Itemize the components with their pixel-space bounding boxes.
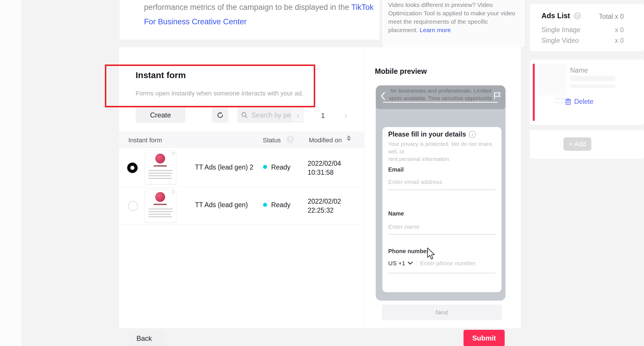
ad-progress-line	[383, 102, 498, 103]
ads-list-total: Total x 0	[599, 13, 624, 21]
avatar	[155, 192, 165, 202]
thumb-text-line	[148, 173, 173, 174]
thumb-text-line	[148, 178, 172, 179]
status-text: Ready	[271, 163, 290, 171]
form-table-header: Instant form Status ? Modified on	[119, 131, 364, 148]
chevron-left-icon: ‹	[297, 110, 300, 120]
video-optimization-tooltip: Video looks different in preview? Video …	[382, 0, 525, 47]
thumb-text-line	[148, 214, 171, 215]
form-thumbnail[interactable]: ‹	[145, 189, 176, 223]
privacy-line2: rent personal information.	[388, 155, 501, 163]
campaign-note-card: performance metrics of the campaign to b…	[120, 0, 380, 40]
sort-asc-icon	[347, 135, 351, 138]
annotation-rectangle	[105, 65, 315, 107]
panel-divider	[364, 47, 364, 328]
lead-form-title: Please fill in your details	[388, 130, 466, 138]
ads-list-item-card[interactable]: Name Delete	[530, 60, 644, 125]
pagination-next-button[interactable]: ›	[340, 109, 352, 121]
tooltip-text: Video looks different in preview? Video …	[388, 1, 515, 33]
tiktok-link-part2[interactable]: For Business Creative Center	[144, 17, 247, 26]
note-line-1: performance metrics of the campaign to b…	[144, 0, 373, 14]
ads-list-help-icon[interactable]: ?	[574, 12, 581, 20]
back-button[interactable]: Back	[129, 330, 165, 346]
modified-date: 2022/02/04	[308, 159, 341, 168]
thumb-name-line	[154, 204, 167, 205]
header-modified-on: Modified on	[309, 137, 342, 144]
thumb-text-line	[148, 209, 173, 209]
thumb-text-line	[148, 170, 173, 171]
info-icon: i	[469, 131, 476, 138]
ads-list-card: Ads List ? Total x 0 Single Image x 0 Si…	[530, 4, 644, 51]
ad-caption: for businesses and professionals. Limite…	[387, 87, 495, 102]
name-label: Name	[388, 210, 404, 217]
status-ready-dot	[263, 165, 267, 169]
row-radio-unselected[interactable]	[128, 201, 138, 211]
thumb-expand-icon	[172, 191, 175, 193]
pagination-current-page[interactable]: 1	[321, 112, 325, 120]
ad-name-label: Name	[570, 67, 588, 74]
note-line-2: For Business Creative Center	[144, 14, 373, 29]
add-ad-button[interactable]: + Add	[563, 137, 591, 151]
field-divider	[416, 260, 417, 267]
add-label: + Add	[569, 140, 586, 148]
form-table-row[interactable]: ‹ TT Ads (lead gen) Ready 2022/02/02 22:…	[119, 188, 364, 224]
modified-time: 22:25:32	[308, 206, 334, 215]
thumb-name-line	[154, 165, 167, 167]
back-label: Back	[136, 334, 152, 343]
submit-label: Submit	[472, 334, 496, 342]
modified-date: 2022/02/02	[308, 197, 341, 206]
next-label: Next	[435, 309, 448, 316]
ad-name-skeleton	[570, 76, 615, 81]
search-input[interactable]	[251, 111, 298, 119]
thumb-text-line	[148, 216, 172, 217]
thumb-text-line	[148, 211, 173, 212]
status-text: Ready	[271, 201, 290, 209]
status-help-icon[interactable]: ?	[287, 136, 294, 143]
email-label: Email	[388, 166, 404, 173]
thumb-back-icon: ‹	[146, 190, 147, 193]
header-status: Status	[263, 137, 281, 144]
ad-thumbnail-placeholder	[537, 64, 566, 95]
ad-name-skeleton	[570, 84, 615, 88]
flag-icon	[493, 92, 501, 100]
phone-country-prefix: US +1	[388, 260, 405, 267]
refresh-button[interactable]	[212, 108, 228, 123]
submit-button[interactable]: Submit	[464, 330, 505, 346]
delete-label: Delete	[574, 98, 593, 106]
ad-caption-line2: spots available. Time sensitive opportun…	[387, 95, 495, 102]
form-thumbnail[interactable]: ‹	[145, 151, 176, 184]
delete-ad-control[interactable]: Delete	[565, 98, 593, 106]
sort-control[interactable]	[347, 135, 351, 141]
avatar	[155, 154, 165, 163]
note-text: performance metrics of the campaign to b…	[144, 3, 349, 12]
phone-placeholder: Enter phone number	[420, 260, 475, 267]
create-form-button[interactable]: Create	[136, 108, 185, 123]
ad-caption-line1: for businesses and professionals. Limite…	[387, 87, 495, 95]
learn-more-link[interactable]: Learn more	[420, 27, 451, 33]
privacy-line1: Your privacy is protected. We do not sha…	[388, 140, 501, 155]
phone-label: Phone number	[388, 248, 429, 255]
selected-item-accent-bar	[533, 64, 535, 121]
lead-form-preview: Please fill in your details i Your priva…	[382, 127, 501, 292]
search-icon	[241, 112, 248, 119]
phone-ad-header: for businesses and professionals. Limite…	[376, 85, 506, 109]
back-chevron-icon	[380, 92, 386, 100]
mouse-cursor	[427, 247, 436, 261]
ads-list-row-value: x 0	[615, 37, 624, 45]
form-table-row[interactable]: ‹ TT Ads (lead gen) 2 Ready 2022/02/04 1…	[119, 149, 364, 187]
name-underline	[388, 234, 496, 235]
tiktok-link-part1[interactable]: TikTok	[351, 3, 373, 12]
tiktok-ads-manager-screen: performance metrics of the campaign to b…	[0, 0, 644, 346]
name-placeholder: Enter name	[388, 223, 420, 230]
chevron-down-icon	[408, 262, 413, 265]
ads-list-row-value: x 0	[615, 26, 624, 34]
row-divider	[119, 224, 364, 225]
chevron-right-icon: ›	[344, 110, 347, 120]
sort-desc-icon	[347, 139, 351, 141]
row-radio-selected[interactable]	[127, 163, 138, 173]
left-margin-strip	[0, 0, 22, 346]
email-placeholder: Enter email address	[388, 178, 442, 185]
mobile-preview-title: Mobile preview	[375, 67, 427, 76]
pagination-prev-button[interactable]: ‹	[292, 109, 304, 121]
row-divider	[119, 187, 364, 187]
